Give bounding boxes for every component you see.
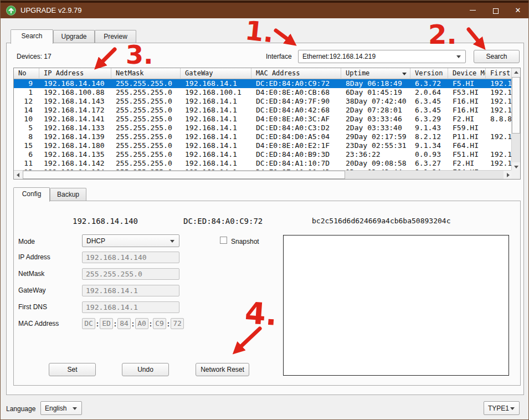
table-row[interactable]: 15 192.168.14.180 255.255.255.0 192.168.…	[14, 141, 512, 150]
field-input-disabled: 192.168.14.140	[82, 252, 179, 263]
cell-ip: 192.168.14.135	[39, 150, 111, 159]
cell-netmask: 255.255.255.0	[111, 132, 181, 141]
chevron-down-icon	[170, 240, 174, 243]
cell-gateway: 192.168.14.1	[181, 115, 251, 124]
horizontal-scrollbar-thumb[interactable]	[23, 171, 345, 179]
cell-ip: 192.168.100.88	[39, 88, 111, 97]
mode-select-value: DHCP	[86, 237, 105, 245]
chevron-down-icon	[73, 407, 77, 410]
table-row[interactable]: 9 192.168.14.140 255.255.255.0 192.168.1…	[14, 79, 512, 88]
table-row[interactable]: 12 192.168.14.143 255.255.255.0 192.168.…	[14, 97, 512, 106]
column-header-netmask[interactable]: NetMask	[111, 68, 181, 79]
cell-mac: DC:ED:84:A9:7F:90	[251, 97, 341, 106]
undo-button[interactable]: Undo	[122, 363, 169, 376]
cell-mac: D4:E0:8E:A0:CB:68	[251, 88, 341, 97]
cell-model: F16.HI	[448, 97, 486, 106]
cell-uptime: 29Day 02:17:59	[341, 132, 410, 141]
tab-upgrade[interactable]: Upgrade	[53, 30, 95, 43]
table-row[interactable]: 5 192.168.14.133 255.255.255.0 192.168.1…	[14, 124, 512, 132]
tab-search[interactable]: Search	[11, 29, 53, 44]
column-header-no[interactable]: No	[14, 68, 39, 79]
cell-ip: 192.168.14.140	[39, 79, 111, 88]
arrow-right-icon	[507, 173, 510, 177]
type-select[interactable]: TYPE1	[484, 401, 520, 415]
language-label: Language	[6, 405, 35, 413]
cell-no: 11	[14, 159, 39, 168]
config-panel: 192.168.14.140 DC:ED:84:A0:C9:72 bc2c516…	[13, 201, 521, 386]
maximize-button[interactable]	[486, 3, 506, 18]
mode-select[interactable]: DHCP	[82, 234, 179, 247]
cell-mac: DC:ED:84:A0:42:68	[251, 106, 341, 115]
column-header-uptime[interactable]: Uptime	[341, 68, 410, 79]
tab-backup[interactable]: Backup	[50, 188, 86, 201]
tab-preview[interactable]: Preview	[95, 30, 136, 43]
table-row[interactable]: 8 192.168.14.139 255.255.255.0 192.168.1…	[14, 132, 512, 141]
scroll-left-button[interactable]	[14, 171, 23, 180]
table-row[interactable]: 10 192.168.14.141 255.255.255.0 192.168.…	[14, 115, 512, 124]
cell-version: 6.3.29	[410, 115, 448, 124]
arrow-down-icon	[514, 166, 518, 168]
cell-uptime: 20Day 09:08:58	[341, 159, 410, 168]
cell-uptime: 2Day 07:28:01	[341, 106, 410, 115]
field-row: GateWay 192.168.14.1	[18, 285, 184, 296]
column-header-gateway[interactable]: GateWay	[181, 68, 251, 79]
cell-no: 9	[14, 79, 39, 88]
cell-first-dns: 8.8.8	[486, 115, 512, 124]
search-button[interactable]: Search	[474, 50, 520, 63]
interface-select[interactable]: Ethernet:192.168.14.219	[298, 50, 466, 63]
cell-gateway: 192.168.14.1	[181, 141, 251, 150]
cell-mac: D4:E0:8E:A0:3C:AF	[251, 115, 341, 124]
minimize-button[interactable]	[463, 3, 482, 18]
column-header-ip[interactable]: IP Address	[39, 68, 111, 79]
cell-model: F59.HI	[448, 124, 486, 132]
table-row[interactable]: 1 192.168.100.88 255.255.255.0 192.168.1…	[14, 88, 512, 97]
mac-octet-input: 72	[171, 318, 184, 329]
cell-version: 6.3.27	[410, 159, 448, 168]
scroll-up-button[interactable]	[512, 68, 521, 77]
arrow-up-icon	[514, 71, 518, 74]
column-header-first-dns[interactable]: First	[486, 68, 512, 79]
field-row: IP Address 192.168.14.140	[18, 252, 184, 263]
cell-no: 15	[14, 141, 39, 150]
cell-mac: DC:ED:84:A0:B9:3D	[251, 150, 341, 159]
table-row[interactable]: 11 192.168.14.142 255.255.255.0 192.168.…	[14, 159, 512, 168]
cell-version: 9.1.43	[410, 124, 448, 132]
cell-no: 1	[14, 88, 39, 97]
column-header-version[interactable]: Version	[410, 68, 448, 79]
table-row[interactable]: 6 192.168.14.135 255.255.255.0 192.168.1…	[14, 150, 512, 159]
interface-select-value: Ethernet:192.168.14.219	[302, 53, 376, 60]
cell-version: 6.3.45	[410, 106, 448, 115]
cell-uptime: 23Day 02:55:31	[341, 141, 410, 150]
device-table-header: No IP Address NetMask GateWay MAC Addres…	[14, 68, 512, 79]
cell-model: F5.HI	[448, 79, 486, 88]
column-header-model[interactable]: Device Mo	[448, 68, 486, 79]
cell-no: 10	[14, 115, 39, 124]
table-row[interactable]: 14 192.168.14.172 255.255.255.0 192.168.…	[14, 106, 512, 115]
set-button[interactable]: Set	[49, 363, 96, 376]
language-select[interactable]: English	[40, 401, 82, 415]
cell-first-dns: 192.1	[486, 97, 512, 106]
network-fields: IP Address 192.168.14.140 NetMask 255.25…	[18, 252, 184, 318]
cell-first-dns: 192.1	[486, 79, 512, 88]
cell-first-dns: 192.1	[486, 150, 512, 159]
cell-netmask: 255.255.255.0	[111, 79, 181, 88]
device-hash: bc2c516d6d624669a4cb6ba50893204c	[312, 217, 450, 225]
column-header-mac[interactable]: MAC Address	[251, 68, 341, 79]
network-reset-button[interactable]: Network Reset	[196, 363, 249, 376]
vertical-scrollbar-thumb[interactable]	[512, 77, 520, 134]
cell-netmask: 255.255.255.0	[111, 115, 181, 124]
cell-uptime: 2Day 03:33:40	[341, 124, 410, 132]
cell-first-dns	[486, 141, 512, 150]
cell-netmask: 255.255.255.0	[111, 106, 181, 115]
selected-device-mac: DC:ED:84:A0:C9:72	[183, 217, 263, 226]
mac-address-field: MAC Address DC: ED: 84: A0: C9: 72	[18, 318, 184, 329]
snapshot-checkbox[interactable]	[220, 237, 227, 244]
cell-no: 12	[14, 97, 39, 106]
cell-version: 6.3.72	[410, 79, 448, 88]
cell-uptime: 38Day 07:42:40	[341, 97, 410, 106]
cell-ip: 192.168.14.141	[39, 115, 111, 124]
mac-octet-input: 84	[117, 318, 131, 329]
scrollbar-corner	[511, 170, 520, 179]
tab-config[interactable]: Config	[13, 187, 50, 202]
close-button[interactable]: ✕	[508, 3, 528, 18]
